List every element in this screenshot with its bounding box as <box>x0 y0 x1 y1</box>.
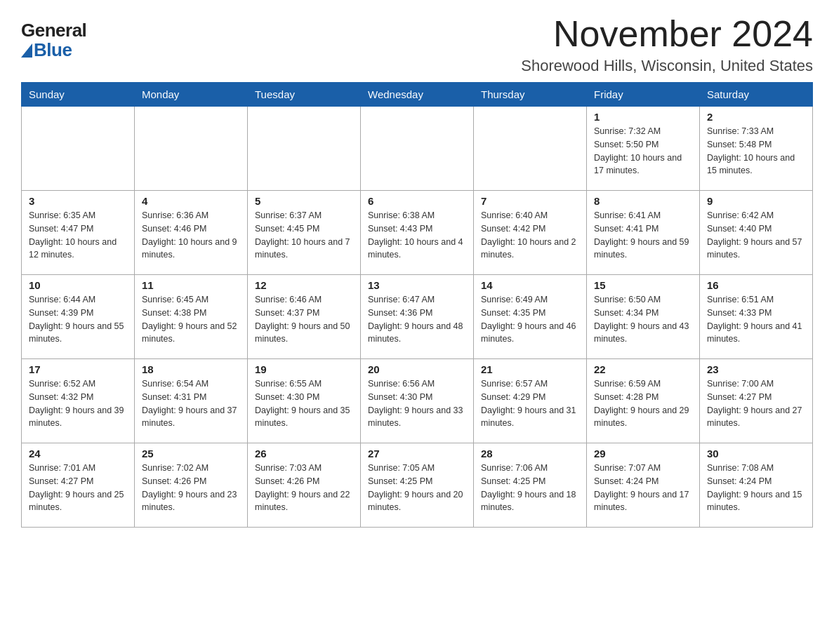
day-number: 29 <box>594 448 692 459</box>
day-info: Sunrise: 7:03 AMSunset: 4:26 PMDaylight:… <box>255 462 353 514</box>
day-info: Sunrise: 6:46 AMSunset: 4:37 PMDaylight:… <box>255 293 353 346</box>
weekday-header-sunday: Sunday <box>22 83 135 107</box>
week-row-4: 17Sunrise: 6:52 AMSunset: 4:32 PMDayligh… <box>22 359 813 443</box>
weekday-header-thursday: Thursday <box>474 83 587 107</box>
day-info: Sunrise: 6:57 AMSunset: 4:29 PMDaylight:… <box>481 377 579 430</box>
day-number: 5 <box>255 195 353 207</box>
location-title: Shorewood Hills, Wisconsin, United State… <box>521 57 813 75</box>
day-number: 30 <box>707 448 805 459</box>
calendar-cell: 29Sunrise: 7:07 AMSunset: 4:24 PMDayligh… <box>587 443 700 528</box>
month-title: November 2024 <box>521 14 813 54</box>
day-info: Sunrise: 7:32 AMSunset: 5:50 PMDaylight:… <box>594 125 692 177</box>
calendar-cell: 21Sunrise: 6:57 AMSunset: 4:29 PMDayligh… <box>474 359 587 443</box>
day-number: 16 <box>707 279 805 291</box>
calendar-cell: 3Sunrise: 6:35 AMSunset: 4:47 PMDaylight… <box>22 191 135 275</box>
calendar-cell: 27Sunrise: 7:05 AMSunset: 4:25 PMDayligh… <box>361 443 474 528</box>
day-info: Sunrise: 6:59 AMSunset: 4:28 PMDaylight:… <box>594 377 692 430</box>
day-number: 2 <box>707 111 805 123</box>
day-number: 7 <box>481 195 579 207</box>
day-info: Sunrise: 6:42 AMSunset: 4:40 PMDaylight:… <box>707 209 805 262</box>
day-number: 21 <box>481 363 579 375</box>
day-number: 1 <box>594 111 692 123</box>
day-info: Sunrise: 6:54 AMSunset: 4:31 PMDaylight:… <box>142 377 240 430</box>
day-number: 10 <box>29 279 127 291</box>
calendar-cell: 26Sunrise: 7:03 AMSunset: 4:26 PMDayligh… <box>248 443 361 528</box>
day-number: 23 <box>707 363 805 375</box>
day-info: Sunrise: 6:36 AMSunset: 4:46 PMDaylight:… <box>142 209 240 262</box>
day-number: 8 <box>594 195 692 207</box>
day-number: 4 <box>142 195 240 207</box>
day-info: Sunrise: 6:56 AMSunset: 4:30 PMDaylight:… <box>368 377 466 430</box>
calendar-cell: 30Sunrise: 7:08 AMSunset: 4:24 PMDayligh… <box>700 443 813 528</box>
day-info: Sunrise: 7:00 AMSunset: 4:27 PMDaylight:… <box>707 377 805 430</box>
header: General Blue November 2024 Shorewood Hil… <box>21 14 813 75</box>
calendar-cell: 12Sunrise: 6:46 AMSunset: 4:37 PMDayligh… <box>248 275 361 359</box>
calendar: SundayMondayTuesdayWednesdayThursdayFrid… <box>21 82 813 528</box>
day-number: 20 <box>368 363 466 375</box>
day-info: Sunrise: 6:47 AMSunset: 4:36 PMDaylight:… <box>368 293 466 346</box>
calendar-cell <box>361 107 474 191</box>
calendar-cell: 11Sunrise: 6:45 AMSunset: 4:38 PMDayligh… <box>135 275 248 359</box>
calendar-cell: 6Sunrise: 6:38 AMSunset: 4:43 PMDaylight… <box>361 191 474 275</box>
calendar-cell: 8Sunrise: 6:41 AMSunset: 4:41 PMDaylight… <box>587 191 700 275</box>
calendar-cell <box>248 107 361 191</box>
day-number: 28 <box>481 448 579 459</box>
day-number: 15 <box>594 279 692 291</box>
week-row-5: 24Sunrise: 7:01 AMSunset: 4:27 PMDayligh… <box>22 443 813 528</box>
calendar-cell: 5Sunrise: 6:37 AMSunset: 4:45 PMDaylight… <box>248 191 361 275</box>
day-number: 14 <box>481 279 579 291</box>
day-number: 6 <box>368 195 466 207</box>
day-info: Sunrise: 6:49 AMSunset: 4:35 PMDaylight:… <box>481 293 579 346</box>
calendar-cell <box>135 107 248 191</box>
day-info: Sunrise: 6:38 AMSunset: 4:43 PMDaylight:… <box>368 209 466 262</box>
weekday-header-wednesday: Wednesday <box>361 83 474 107</box>
day-number: 12 <box>255 279 353 291</box>
calendar-cell: 16Sunrise: 6:51 AMSunset: 4:33 PMDayligh… <box>700 275 813 359</box>
day-info: Sunrise: 6:55 AMSunset: 4:30 PMDaylight:… <box>255 377 353 430</box>
day-info: Sunrise: 7:02 AMSunset: 4:26 PMDaylight:… <box>142 462 240 514</box>
calendar-cell: 25Sunrise: 7:02 AMSunset: 4:26 PMDayligh… <box>135 443 248 528</box>
day-number: 22 <box>594 363 692 375</box>
calendar-cell: 14Sunrise: 6:49 AMSunset: 4:35 PMDayligh… <box>474 275 587 359</box>
calendar-cell: 2Sunrise: 7:33 AMSunset: 5:48 PMDaylight… <box>700 107 813 191</box>
weekday-header-tuesday: Tuesday <box>248 83 361 107</box>
week-row-1: 1Sunrise: 7:32 AMSunset: 5:50 PMDaylight… <box>22 107 813 191</box>
logo-blue-text: Blue <box>34 39 72 61</box>
logo-triangle-icon <box>21 43 32 58</box>
calendar-cell: 22Sunrise: 6:59 AMSunset: 4:28 PMDayligh… <box>587 359 700 443</box>
weekday-header-row: SundayMondayTuesdayWednesdayThursdayFrid… <box>22 83 813 107</box>
calendar-cell: 28Sunrise: 7:06 AMSunset: 4:25 PMDayligh… <box>474 443 587 528</box>
day-info: Sunrise: 6:45 AMSunset: 4:38 PMDaylight:… <box>142 293 240 346</box>
day-number: 17 <box>29 363 127 375</box>
day-number: 11 <box>142 279 240 291</box>
calendar-cell: 1Sunrise: 7:32 AMSunset: 5:50 PMDaylight… <box>587 107 700 191</box>
day-info: Sunrise: 7:07 AMSunset: 4:24 PMDaylight:… <box>594 462 692 514</box>
calendar-cell: 19Sunrise: 6:55 AMSunset: 4:30 PMDayligh… <box>248 359 361 443</box>
day-info: Sunrise: 6:37 AMSunset: 4:45 PMDaylight:… <box>255 209 353 262</box>
calendar-cell: 17Sunrise: 6:52 AMSunset: 4:32 PMDayligh… <box>22 359 135 443</box>
day-info: Sunrise: 6:44 AMSunset: 4:39 PMDaylight:… <box>29 293 127 346</box>
day-number: 24 <box>29 448 127 459</box>
day-number: 3 <box>29 195 127 207</box>
day-info: Sunrise: 7:01 AMSunset: 4:27 PMDaylight:… <box>29 462 127 514</box>
week-row-2: 3Sunrise: 6:35 AMSunset: 4:47 PMDaylight… <box>22 191 813 275</box>
calendar-cell: 7Sunrise: 6:40 AMSunset: 4:42 PMDaylight… <box>474 191 587 275</box>
day-number: 26 <box>255 448 353 459</box>
weekday-header-friday: Friday <box>587 83 700 107</box>
day-info: Sunrise: 7:33 AMSunset: 5:48 PMDaylight:… <box>707 125 805 177</box>
day-number: 13 <box>368 279 466 291</box>
calendar-cell <box>474 107 587 191</box>
day-info: Sunrise: 7:05 AMSunset: 4:25 PMDaylight:… <box>368 462 466 514</box>
calendar-cell: 18Sunrise: 6:54 AMSunset: 4:31 PMDayligh… <box>135 359 248 443</box>
day-info: Sunrise: 6:40 AMSunset: 4:42 PMDaylight:… <box>481 209 579 262</box>
day-info: Sunrise: 6:50 AMSunset: 4:34 PMDaylight:… <box>594 293 692 346</box>
day-number: 9 <box>707 195 805 207</box>
calendar-cell: 13Sunrise: 6:47 AMSunset: 4:36 PMDayligh… <box>361 275 474 359</box>
calendar-cell: 9Sunrise: 6:42 AMSunset: 4:40 PMDaylight… <box>700 191 813 275</box>
day-number: 25 <box>142 448 240 459</box>
logo-blue-area: Blue <box>21 39 72 61</box>
day-info: Sunrise: 6:41 AMSunset: 4:41 PMDaylight:… <box>594 209 692 262</box>
day-number: 19 <box>255 363 353 375</box>
calendar-cell <box>22 107 135 191</box>
weekday-header-saturday: Saturday <box>700 83 813 107</box>
